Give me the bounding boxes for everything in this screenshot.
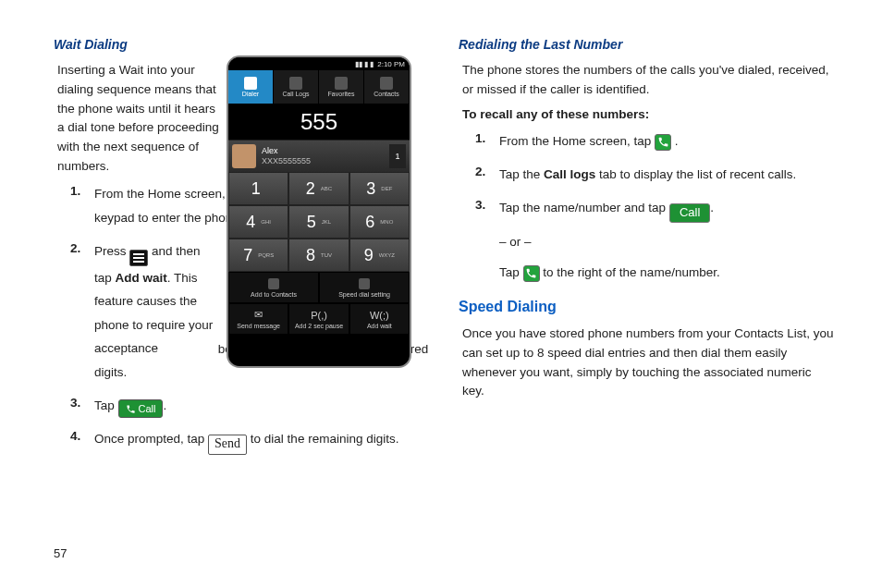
redial-intro: The phone stores the numbers of the call… — [462, 61, 836, 100]
recall-heading: To recall any of these numbers: — [462, 105, 836, 125]
speed-dial-heading: Speed Dialing — [459, 296, 836, 319]
speed-dial-para: Once you have stored phone numbers from … — [462, 325, 836, 402]
step-body: Tap the name/number and tap Call. – or –… — [499, 196, 836, 285]
tab-call-logs[interactable]: Call Logs — [274, 70, 319, 104]
step-num: 1. — [475, 129, 499, 153]
key-7[interactable]: 7PQRS — [228, 239, 288, 272]
call-button: Call — [669, 203, 710, 223]
step-num: 1. — [70, 182, 94, 229]
right-column: Redialing the Last Number The phone stor… — [459, 35, 836, 464]
step-num: 4. — [70, 427, 94, 454]
contact-count: 1 — [389, 144, 406, 168]
tab-contacts[interactable]: Contacts — [364, 70, 410, 104]
action-send-message[interactable]: ✉Send message — [228, 303, 288, 335]
wait-dialing-heading: Wait Dialing — [54, 35, 431, 55]
keypad: 1 2ABC 3DEF 4GHI 5JKL 6MNO 7PQRS 8TUV 9W… — [228, 172, 410, 272]
number-display: 555 — [228, 104, 410, 141]
phone-icon — [523, 265, 540, 282]
phone-icon — [655, 134, 671, 151]
action-pause[interactable]: P(,)Add 2 sec pause — [288, 303, 349, 335]
key-1[interactable]: 1 — [228, 172, 288, 205]
key-2[interactable]: 2ABC — [288, 172, 349, 205]
contact-suggestion[interactable]: Alex XXX5555555 1 — [228, 141, 410, 172]
key-8[interactable]: 8TUV — [288, 239, 349, 272]
phone-screenshot: ▮▮ ▮ ▮ 2:10 PM Dialer Call Logs Favorite… — [227, 55, 411, 368]
or-divider: – or – — [499, 230, 836, 254]
phone-tabs: Dialer Call Logs Favorites Contacts — [228, 70, 410, 104]
tab-favorites[interactable]: Favorites — [319, 70, 364, 104]
key-6[interactable]: 6MNO — [349, 205, 410, 239]
tab-dialer[interactable]: Dialer — [228, 70, 274, 104]
status-bar: ▮▮ ▮ ▮ 2:10 PM — [228, 57, 410, 70]
step-num: 3. — [70, 394, 94, 419]
contact-number: XXX5555555 — [262, 156, 384, 166]
key-4[interactable]: 4GHI — [228, 205, 288, 239]
clock: 2:10 PM — [377, 60, 405, 68]
wait-dialing-intro: Inserting a Wait into your dialing seque… — [57, 61, 222, 178]
menu-icon — [129, 250, 148, 266]
step-body: Tap the Call logs tab to display the lis… — [499, 163, 836, 187]
redial-heading: Redialing the Last Number — [459, 35, 836, 55]
avatar — [232, 144, 256, 168]
key-9[interactable]: 9WXYZ — [349, 239, 410, 272]
step-num: 2. — [475, 163, 499, 187]
recall-steps: 1. From the Home screen, tap . 2. Tap th… — [475, 129, 836, 284]
action-add-contacts[interactable]: Add to Contacts — [228, 272, 319, 303]
key-5[interactable]: 5JKL — [288, 205, 349, 239]
action-wait[interactable]: W(;)Add wait — [349, 303, 410, 335]
step-body: Tap Call . — [94, 394, 431, 419]
action-speed-dial[interactable]: Speed dial setting — [319, 272, 410, 303]
step-num: 2. — [70, 239, 94, 385]
step-num: 3. — [475, 196, 499, 285]
step-body: From the Home screen, tap . — [499, 129, 836, 153]
contact-name: Alex — [262, 146, 384, 156]
key-3[interactable]: 3DEF — [349, 172, 410, 205]
call-button: Call — [118, 399, 164, 418]
send-button: Send — [208, 435, 247, 455]
step-body: Once prompted, tap Send to dial the rema… — [94, 427, 431, 454]
page-number: 57 — [54, 546, 67, 560]
